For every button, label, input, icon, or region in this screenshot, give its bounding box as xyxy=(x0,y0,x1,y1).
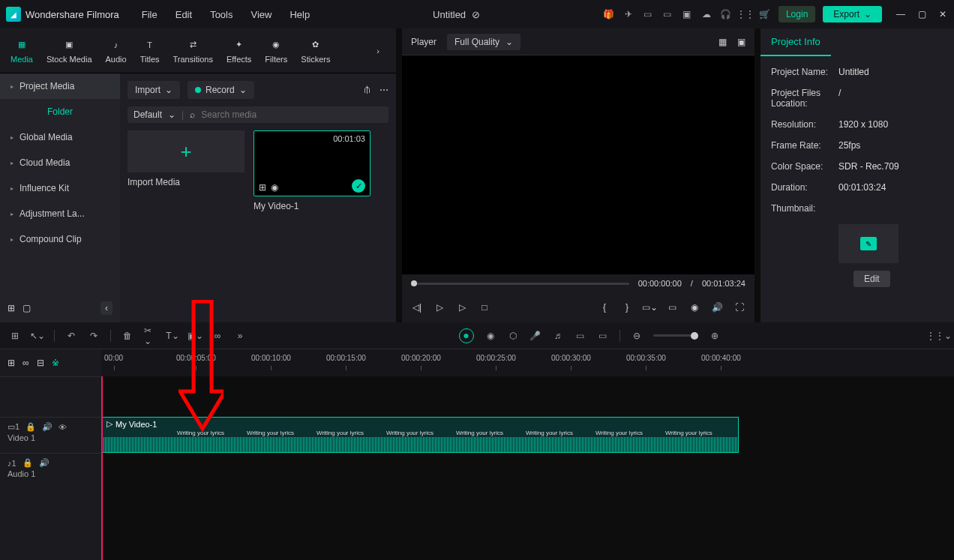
snapshot-button[interactable]: ◉ xyxy=(688,301,700,313)
crop-button[interactable]: ▣⌄ xyxy=(189,330,201,342)
close-button[interactable]: ✕ xyxy=(938,9,948,19)
menu-help[interactable]: Help xyxy=(290,9,310,20)
tab-effects[interactable]: ✦Effects xyxy=(226,38,251,64)
more-tools-button[interactable]: » xyxy=(234,330,246,342)
menu-tools[interactable]: Tools xyxy=(210,9,232,20)
tab-filters[interactable]: ◉Filters xyxy=(265,38,287,64)
import-media-card[interactable]: + Import Media xyxy=(128,130,244,211)
tab-stickers[interactable]: ✿Stickers xyxy=(301,38,330,64)
sidebar-item-folder[interactable]: Folder xyxy=(0,99,120,124)
track-add-icon[interactable]: ⊞ xyxy=(8,358,15,368)
track-link-icon[interactable]: ∞ xyxy=(22,358,29,368)
maximize-button[interactable]: ▢ xyxy=(916,9,927,19)
zoom-in-button[interactable]: ⊕ xyxy=(709,330,721,342)
folder-icon[interactable]: ▢ xyxy=(22,303,31,313)
sidebar-item-adjustment-layer[interactable]: ▸Adjustment La... xyxy=(0,201,120,226)
support-icon[interactable]: 🎧 xyxy=(720,8,732,20)
mute-icon[interactable]: 🔊 xyxy=(42,422,52,432)
project-info-tab[interactable]: Project Info xyxy=(760,28,831,56)
tab-stock-media[interactable]: ▣Stock Media xyxy=(46,38,92,64)
device-icon[interactable]: ▭ xyxy=(642,8,654,20)
cursor-icon[interactable]: ↖⌄ xyxy=(32,330,44,342)
player-viewport[interactable] xyxy=(402,55,754,274)
gift-icon[interactable]: 🎁 xyxy=(603,8,615,20)
timeline-clip[interactable]: ▷My Video-1 Writing your lyricsWriting y… xyxy=(101,417,739,453)
menu-edit[interactable]: Edit xyxy=(176,9,192,20)
grid-view-icon[interactable]: ▦ xyxy=(718,37,727,47)
mute-icon[interactable]: 🔊 xyxy=(39,458,50,468)
prev-frame-button[interactable]: ◁| xyxy=(411,301,423,313)
playhead[interactable] xyxy=(101,376,103,560)
import-button[interactable]: Import⌄ xyxy=(128,81,180,99)
mark-out-button[interactable]: } xyxy=(621,301,633,313)
ratio-button[interactable]: ▭⌄ xyxy=(644,301,656,313)
sidebar-item-project-media[interactable]: ▸Project Media xyxy=(0,73,120,99)
new-folder-icon[interactable]: ⊞ xyxy=(8,303,15,313)
edit-button[interactable]: Edit xyxy=(854,271,890,287)
thumbnail-edit-icon[interactable]: ✎ xyxy=(860,237,877,250)
quality-dropdown[interactable]: Full Quality⌄ xyxy=(447,34,520,50)
cloud-icon[interactable]: ☁ xyxy=(700,8,712,20)
sidebar-item-global-media[interactable]: ▸Global Media xyxy=(0,124,120,150)
track-options-button[interactable]: ⋮⋮⌄ xyxy=(933,330,945,342)
track-snap-icon[interactable]: ※ xyxy=(52,358,59,368)
fullscreen-button[interactable]: ⛶ xyxy=(734,301,746,313)
cart-icon[interactable]: 🛒 xyxy=(759,8,771,20)
sort-label[interactable]: Default xyxy=(134,109,162,120)
menu-file[interactable]: File xyxy=(142,9,158,20)
layers-icon[interactable]: ▣ xyxy=(681,8,693,20)
next-frame-button[interactable]: ▷ xyxy=(456,301,468,313)
arrange-icon[interactable]: ⊞ xyxy=(9,330,21,342)
link-button[interactable]: ∞ xyxy=(212,330,224,342)
timeline-ruler[interactable]: 00:00 00:00:05:00 00:00:10:00 00:00:15:0… xyxy=(101,349,954,376)
scrub-track[interactable] xyxy=(411,283,629,285)
visibility-icon[interactable]: 👁 xyxy=(58,423,67,432)
search-input[interactable] xyxy=(201,109,382,120)
collapse-sidebar-button[interactable]: ‹ xyxy=(100,301,112,315)
lock-icon[interactable]: 🔒 xyxy=(26,422,36,432)
volume-button[interactable]: 🔊 xyxy=(711,301,723,313)
tabs-more[interactable]: › xyxy=(370,44,386,58)
color-button[interactable]: ◉ xyxy=(484,330,496,342)
ai-button[interactable]: ☻ xyxy=(459,328,474,343)
record-screen-button[interactable]: ▭ xyxy=(574,330,586,342)
zoom-out-button[interactable]: ⊖ xyxy=(631,330,643,342)
text-button[interactable]: T⌄ xyxy=(166,330,178,342)
scrub-handle[interactable] xyxy=(411,280,417,286)
play-button[interactable]: ▷ xyxy=(434,301,446,313)
mark-in-button[interactable]: { xyxy=(598,301,610,313)
export-button[interactable]: Export⌄ xyxy=(823,6,882,22)
stop-button[interactable]: □ xyxy=(478,301,490,313)
login-button[interactable]: Login xyxy=(778,6,815,22)
undo-button[interactable]: ↶ xyxy=(65,330,77,342)
zoom-handle[interactable] xyxy=(691,332,698,340)
display-button[interactable]: ▭ xyxy=(666,301,678,313)
lock-icon[interactable]: 🔒 xyxy=(22,458,33,468)
send-icon[interactable]: ✈ xyxy=(622,8,634,20)
menu-view[interactable]: View xyxy=(250,9,272,20)
record-button[interactable]: Record⌄ xyxy=(188,81,254,99)
apps-icon[interactable]: ⋮⋮ xyxy=(740,8,752,20)
sidebar-item-compound-clip[interactable]: ▸Compound Clip xyxy=(0,226,120,252)
audio-mix-button[interactable]: ♬ xyxy=(552,330,564,342)
sidebar-item-influence-kit[interactable]: ▸Influence Kit xyxy=(0,175,120,201)
minimize-button[interactable]: — xyxy=(896,9,906,19)
sidebar-item-cloud-media[interactable]: ▸Cloud Media xyxy=(0,150,120,175)
track-magnet-icon[interactable]: ⊟ xyxy=(37,358,44,368)
media-clip-card[interactable]: 00:01:03 ⊞◉ ✓ My Video-1 xyxy=(254,130,370,211)
timeline-canvas[interactable]: ▷My Video-1 Writing your lyricsWriting y… xyxy=(101,376,954,560)
caption-button[interactable]: ▭ xyxy=(597,330,609,342)
split-button[interactable]: ✂⌄ xyxy=(144,330,156,342)
delete-button[interactable]: 🗑 xyxy=(122,330,134,342)
more-icon[interactable]: ⋯ xyxy=(380,85,388,95)
tab-media[interactable]: ▦Media xyxy=(10,38,33,64)
tab-transitions[interactable]: ⇄Transitions xyxy=(173,38,213,64)
zoom-slider[interactable] xyxy=(653,334,698,337)
voice-button[interactable]: 🎤 xyxy=(530,330,542,342)
tab-titles[interactable]: TTitles xyxy=(140,38,160,64)
marker-button[interactable]: ⬡ xyxy=(507,330,519,342)
tab-audio[interactable]: ♪Audio xyxy=(106,38,127,64)
filter-icon[interactable]: ⫛ xyxy=(363,85,372,95)
redo-button[interactable]: ↷ xyxy=(88,330,100,342)
screen-icon[interactable]: ▭ xyxy=(662,8,674,20)
